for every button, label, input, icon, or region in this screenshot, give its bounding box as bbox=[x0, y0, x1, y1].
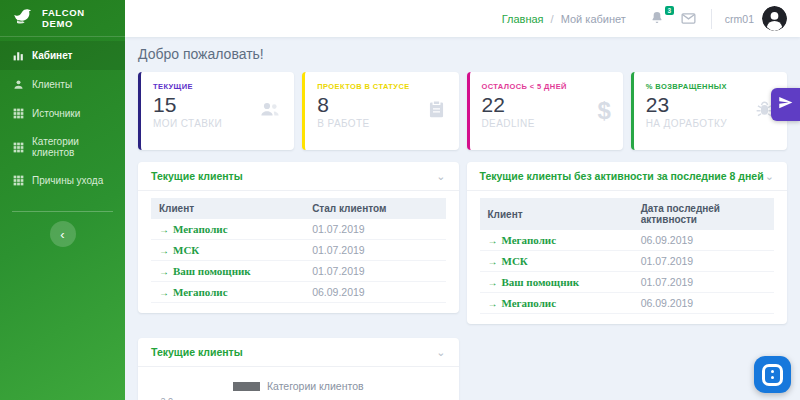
sidebar-collapse-button[interactable]: ‹ bbox=[50, 221, 76, 247]
chevron-down-icon[interactable]: ⌄ bbox=[436, 348, 445, 356]
legend-swatch bbox=[233, 382, 260, 391]
arrow-right-icon: → bbox=[488, 277, 498, 288]
client-date: 01.07.2019 bbox=[633, 251, 774, 272]
sidebar-nav: Кабинет Клиенты Источники Категории клие… bbox=[0, 37, 125, 195]
table-row: →МСК 01.07.2019 bbox=[151, 240, 446, 261]
panel-body: Клиент Стал клиентом →Мегаполис 01.07.20… bbox=[138, 191, 459, 313]
client-link[interactable]: Мегаполис bbox=[502, 234, 557, 246]
sidebar-divider bbox=[12, 211, 113, 212]
client-link[interactable]: Мегаполис bbox=[502, 297, 557, 309]
column-header: Клиент bbox=[151, 198, 304, 219]
arrow-right-icon: → bbox=[159, 245, 169, 256]
app-logo[interactable]: FALCON DEMO bbox=[0, 0, 125, 37]
table-row: →МСК 01.07.2019 bbox=[480, 251, 775, 272]
breadcrumb-current: Мой кабинет bbox=[561, 13, 626, 25]
table-row: →Мегаполис 06.09.2019 bbox=[151, 282, 446, 303]
client-link[interactable]: Мегаполис bbox=[173, 223, 228, 235]
sidebar-item-kategorii-klientov[interactable]: Категории клиентов bbox=[0, 128, 125, 166]
stat-cards-row: ТЕКУЩИЕ 15 МОИ СТАВКИ ПРОЕКТОВ В СТАТУСЕ… bbox=[138, 72, 787, 150]
breadcrumb-home-link[interactable]: Главная bbox=[502, 13, 544, 25]
user-menu[interactable]: crm01 bbox=[725, 6, 787, 31]
bell-icon bbox=[649, 12, 665, 29]
grid-icon bbox=[12, 141, 25, 154]
arrow-right-icon: → bbox=[488, 235, 498, 246]
stat-card-label: ТЕКУЩИЕ bbox=[153, 82, 282, 91]
sidebar: FALCON DEMO Кабинет Клиенты Источники Ка… bbox=[0, 0, 125, 400]
breadcrumb: Главная / Мой кабинет bbox=[502, 13, 626, 25]
messages-button[interactable] bbox=[680, 10, 698, 28]
client-date: 06.09.2019 bbox=[633, 230, 774, 251]
sidebar-item-prichiny-uhoda[interactable]: Причины ухода bbox=[0, 166, 125, 195]
panel-inactive-clients: Текущие клиенты без активности за послед… bbox=[467, 162, 788, 324]
client-link[interactable]: Ваш помощник bbox=[173, 265, 251, 277]
panel-title: Текущие клиенты без активности за послед… bbox=[480, 170, 764, 182]
stat-card-current: ТЕКУЩИЕ 15 МОИ СТАВКИ bbox=[138, 72, 294, 150]
panel-body: Клиент Дата последней активности →Мегапо… bbox=[467, 191, 788, 324]
sidebar-item-label: Категории клиентов bbox=[32, 136, 113, 158]
app-title: FALCON DEMO bbox=[42, 7, 113, 29]
arrow-right-icon: → bbox=[159, 224, 169, 235]
user-icon bbox=[12, 78, 25, 91]
stat-card-subtitle: DEADLINE bbox=[482, 118, 611, 129]
panel-header: Текущие клиенты без активности за послед… bbox=[467, 162, 788, 191]
page-title: Добро пожаловать! bbox=[138, 46, 787, 62]
chat-widget-button[interactable] bbox=[754, 356, 791, 393]
client-date: 06.09.2019 bbox=[633, 293, 774, 314]
grid-icon bbox=[12, 174, 25, 187]
table-row: →Ваш помощник 01.07.2019 bbox=[151, 261, 446, 282]
client-link[interactable]: МСК bbox=[173, 244, 199, 256]
falcon-logo-icon bbox=[12, 6, 34, 30]
arrow-right-icon: → bbox=[159, 266, 169, 277]
panel-header: Текущие клиенты ⌄ bbox=[138, 162, 459, 191]
stat-card-label: ОСТАЛОСЬ < 5 ДНЕЙ bbox=[482, 82, 611, 91]
feedback-send-button[interactable] bbox=[771, 88, 800, 121]
clients-table: Клиент Стал клиентом →Мегаполис 01.07.20… bbox=[151, 198, 446, 303]
envelope-icon bbox=[680, 13, 697, 30]
table-row: →Мегаполис 06.09.2019 bbox=[480, 293, 775, 314]
dot bbox=[771, 376, 775, 380]
dollar-icon: $ bbox=[597, 99, 610, 123]
chart-body: Категории клиентов 2.0 1.8 bbox=[138, 367, 459, 400]
notifications-button[interactable]: 3 bbox=[649, 10, 667, 28]
panel-title: Текущие клиенты bbox=[151, 170, 243, 182]
sidebar-item-label: Причины ухода bbox=[32, 175, 103, 186]
stat-card-deadline: ОСТАЛОСЬ < 5 ДНЕЙ 22 DEADLINE $ bbox=[467, 72, 623, 150]
stat-card-returned: % ВОЗВРАЩЕННЫХ 23 НА ДОРАБОТКУ bbox=[631, 72, 787, 150]
stat-card-label: % ВОЗВРАЩЕННЫХ bbox=[646, 82, 775, 91]
sidebar-item-kabinet[interactable]: Кабинет bbox=[0, 41, 125, 70]
chat-bubble-icon bbox=[762, 364, 783, 386]
chevron-left-icon: ‹ bbox=[60, 227, 64, 242]
sidebar-item-label: Клиенты bbox=[32, 79, 72, 90]
navbar-divider bbox=[711, 9, 712, 29]
y-tick: 2.0 bbox=[160, 396, 173, 400]
arrow-right-icon: → bbox=[488, 298, 498, 309]
inactive-clients-table: Клиент Дата последней активности →Мегапо… bbox=[480, 198, 775, 314]
grid-icon bbox=[12, 107, 25, 120]
sidebar-item-klienty[interactable]: Клиенты bbox=[0, 70, 125, 99]
legend-label: Категории клиентов bbox=[267, 380, 364, 392]
client-link[interactable]: МСК bbox=[502, 255, 528, 267]
chevron-down-icon[interactable]: ⌄ bbox=[765, 172, 774, 180]
sidebar-item-label: Источники bbox=[32, 108, 80, 119]
stat-card-projects: ПРОЕКТОВ В СТАТУСЕ 8 В РАБОТЕ bbox=[302, 72, 458, 150]
notifications-badge: 3 bbox=[665, 6, 674, 15]
column-header: Стал клиентом bbox=[304, 198, 445, 219]
sidebar-item-istochniki[interactable]: Источники bbox=[0, 99, 125, 128]
sidebar-item-label: Кабинет bbox=[32, 50, 72, 61]
chart-legend: Категории клиентов bbox=[151, 380, 446, 392]
table-row: →Мегаполис 06.09.2019 bbox=[480, 230, 775, 251]
clipboard-icon bbox=[426, 99, 447, 124]
client-date: 01.07.2019 bbox=[304, 261, 445, 282]
dot bbox=[771, 370, 775, 374]
chevron-down-icon[interactable]: ⌄ bbox=[436, 172, 445, 180]
table-row: →Ваш помощник 01.07.2019 bbox=[480, 272, 775, 293]
arrow-right-icon: → bbox=[488, 256, 498, 267]
main-content: Добро пожаловать! ТЕКУЩИЕ 15 МОИ СТАВКИ … bbox=[125, 37, 800, 400]
client-date: 06.09.2019 bbox=[304, 282, 445, 303]
chart-row: Текущие клиенты ⌄ Категории клиентов 2.0… bbox=[138, 338, 787, 400]
client-link[interactable]: Мегаполис bbox=[173, 286, 228, 298]
bar-chart-icon bbox=[12, 49, 25, 62]
client-date: 01.07.2019 bbox=[633, 272, 774, 293]
client-link[interactable]: Ваш помощник bbox=[502, 276, 580, 288]
breadcrumb-separator: / bbox=[551, 13, 554, 25]
